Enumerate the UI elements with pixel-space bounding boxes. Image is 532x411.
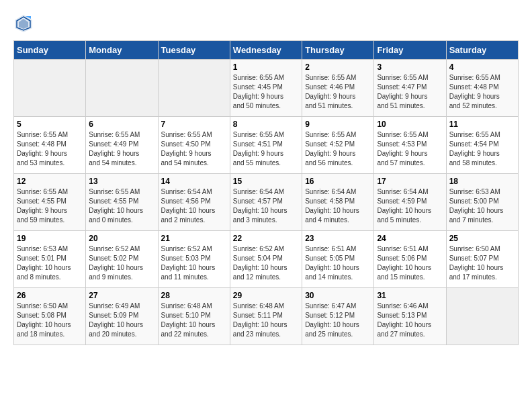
day-number: 8 — [233, 120, 299, 129]
calendar-cell: 12Sunrise: 6:55 AM Sunset: 4:55 PM Dayli… — [14, 174, 86, 231]
day-info: Sunrise: 6:54 AM Sunset: 4:57 PM Dayligh… — [233, 187, 299, 225]
day-info: Sunrise: 6:55 AM Sunset: 4:48 PM Dayligh… — [449, 73, 515, 111]
calendar-cell — [14, 60, 86, 117]
calendar-cell — [86, 60, 158, 117]
calendar-week-3: 12Sunrise: 6:55 AM Sunset: 4:55 PM Dayli… — [14, 174, 519, 231]
day-number: 20 — [89, 234, 154, 243]
calendar-week-4: 19Sunrise: 6:53 AM Sunset: 5:01 PM Dayli… — [14, 231, 519, 288]
day-number: 7 — [161, 120, 227, 129]
weekday-header-wednesday: Wednesday — [230, 41, 302, 60]
day-info: Sunrise: 6:55 AM Sunset: 4:51 PM Dayligh… — [233, 130, 299, 168]
weekday-header-friday: Friday — [374, 41, 446, 60]
calendar-cell: 10Sunrise: 6:55 AM Sunset: 4:53 PM Dayli… — [374, 117, 446, 174]
day-info: Sunrise: 6:53 AM Sunset: 5:01 PM Dayligh… — [17, 244, 83, 282]
day-number: 16 — [305, 177, 371, 186]
day-info: Sunrise: 6:55 AM Sunset: 4:55 PM Dayligh… — [17, 187, 83, 225]
calendar-cell — [158, 60, 230, 117]
day-number: 22 — [233, 234, 299, 243]
calendar-cell: 20Sunrise: 6:52 AM Sunset: 5:02 PM Dayli… — [86, 231, 158, 288]
day-info: Sunrise: 6:48 AM Sunset: 5:10 PM Dayligh… — [161, 302, 227, 339]
day-info: Sunrise: 6:46 AM Sunset: 5:13 PM Dayligh… — [377, 302, 443, 339]
day-number: 5 — [17, 120, 83, 129]
calendar-cell: 30Sunrise: 6:47 AM Sunset: 5:12 PM Dayli… — [302, 288, 374, 345]
day-info: Sunrise: 6:54 AM Sunset: 4:56 PM Dayligh… — [161, 187, 227, 225]
calendar-week-5: 26Sunrise: 6:50 AM Sunset: 5:08 PM Dayli… — [14, 288, 519, 345]
calendar-cell: 11Sunrise: 6:55 AM Sunset: 4:54 PM Dayli… — [446, 117, 518, 174]
day-number: 27 — [89, 291, 154, 300]
calendar-cell: 6Sunrise: 6:55 AM Sunset: 4:49 PM Daylig… — [86, 117, 158, 174]
calendar-cell: 15Sunrise: 6:54 AM Sunset: 4:57 PM Dayli… — [230, 174, 302, 231]
day-info: Sunrise: 6:55 AM Sunset: 4:50 PM Dayligh… — [161, 130, 227, 168]
day-info: Sunrise: 6:54 AM Sunset: 4:59 PM Dayligh… — [377, 187, 443, 225]
day-number: 30 — [305, 291, 371, 300]
day-info: Sunrise: 6:53 AM Sunset: 5:00 PM Dayligh… — [449, 187, 515, 225]
day-info: Sunrise: 6:52 AM Sunset: 5:02 PM Dayligh… — [89, 244, 154, 282]
calendar-cell: 24Sunrise: 6:51 AM Sunset: 5:06 PM Dayli… — [374, 231, 446, 288]
calendar-header-row: SundayMondayTuesdayWednesdayThursdayFrid… — [14, 41, 519, 60]
day-number: 17 — [377, 177, 443, 186]
day-number: 12 — [17, 177, 83, 186]
day-number: 3 — [377, 62, 443, 72]
calendar-cell — [446, 288, 518, 345]
day-number: 2 — [305, 62, 371, 72]
day-number: 10 — [377, 120, 443, 129]
day-number: 9 — [305, 120, 371, 129]
calendar-cell: 23Sunrise: 6:51 AM Sunset: 5:05 PM Dayli… — [302, 231, 374, 288]
calendar-cell: 28Sunrise: 6:48 AM Sunset: 5:10 PM Dayli… — [158, 288, 230, 345]
day-number: 23 — [305, 234, 371, 243]
calendar-cell: 18Sunrise: 6:53 AM Sunset: 5:00 PM Dayli… — [446, 174, 518, 231]
day-info: Sunrise: 6:55 AM Sunset: 4:49 PM Dayligh… — [89, 130, 154, 168]
day-info: Sunrise: 6:55 AM Sunset: 4:45 PM Dayligh… — [233, 73, 299, 111]
weekday-header-thursday: Thursday — [302, 41, 374, 60]
day-number: 26 — [17, 291, 83, 300]
calendar-cell: 29Sunrise: 6:48 AM Sunset: 5:11 PM Dayli… — [230, 288, 302, 345]
calendar-cell: 31Sunrise: 6:46 AM Sunset: 5:13 PM Dayli… — [374, 288, 446, 345]
day-number: 15 — [233, 177, 299, 186]
calendar-cell: 8Sunrise: 6:55 AM Sunset: 4:51 PM Daylig… — [230, 117, 302, 174]
day-info: Sunrise: 6:55 AM Sunset: 4:47 PM Dayligh… — [377, 73, 443, 111]
day-info: Sunrise: 6:50 AM Sunset: 5:07 PM Dayligh… — [449, 244, 515, 282]
day-number: 18 — [449, 177, 515, 186]
calendar-week-2: 5Sunrise: 6:55 AM Sunset: 4:48 PM Daylig… — [14, 117, 519, 174]
day-number: 31 — [377, 291, 443, 300]
day-info: Sunrise: 6:54 AM Sunset: 4:58 PM Dayligh… — [305, 187, 371, 225]
day-info: Sunrise: 6:50 AM Sunset: 5:08 PM Dayligh… — [17, 302, 83, 339]
page-header — [13, 13, 519, 34]
day-info: Sunrise: 6:48 AM Sunset: 5:11 PM Dayligh… — [233, 302, 299, 339]
calendar-cell: 21Sunrise: 6:52 AM Sunset: 5:03 PM Dayli… — [158, 231, 230, 288]
day-info: Sunrise: 6:55 AM Sunset: 4:53 PM Dayligh… — [377, 130, 443, 168]
weekday-header-sunday: Sunday — [14, 41, 86, 60]
day-number: 13 — [89, 177, 154, 186]
calendar-cell: 14Sunrise: 6:54 AM Sunset: 4:56 PM Dayli… — [158, 174, 230, 231]
calendar-cell: 19Sunrise: 6:53 AM Sunset: 5:01 PM Dayli… — [14, 231, 86, 288]
weekday-header-tuesday: Tuesday — [158, 41, 230, 60]
calendar-week-1: 1Sunrise: 6:55 AM Sunset: 4:45 PM Daylig… — [14, 60, 519, 117]
day-number: 24 — [377, 234, 443, 243]
day-number: 1 — [233, 62, 299, 72]
day-info: Sunrise: 6:51 AM Sunset: 5:06 PM Dayligh… — [377, 244, 443, 282]
calendar-cell: 27Sunrise: 6:49 AM Sunset: 5:09 PM Dayli… — [86, 288, 158, 345]
day-info: Sunrise: 6:51 AM Sunset: 5:05 PM Dayligh… — [305, 244, 371, 282]
day-info: Sunrise: 6:55 AM Sunset: 4:54 PM Dayligh… — [449, 130, 515, 168]
day-number: 19 — [17, 234, 83, 243]
calendar-cell: 2Sunrise: 6:55 AM Sunset: 4:46 PM Daylig… — [302, 60, 374, 117]
calendar-cell: 3Sunrise: 6:55 AM Sunset: 4:47 PM Daylig… — [374, 60, 446, 117]
logo — [13, 13, 36, 34]
day-info: Sunrise: 6:55 AM Sunset: 4:55 PM Dayligh… — [89, 187, 154, 225]
day-number: 21 — [161, 234, 227, 243]
calendar-cell: 13Sunrise: 6:55 AM Sunset: 4:55 PM Dayli… — [86, 174, 158, 231]
calendar-cell: 7Sunrise: 6:55 AM Sunset: 4:50 PM Daylig… — [158, 117, 230, 174]
day-info: Sunrise: 6:49 AM Sunset: 5:09 PM Dayligh… — [89, 302, 154, 339]
day-number: 6 — [89, 120, 154, 129]
day-info: Sunrise: 6:55 AM Sunset: 4:46 PM Dayligh… — [305, 73, 371, 111]
calendar-cell: 1Sunrise: 6:55 AM Sunset: 4:45 PM Daylig… — [230, 60, 302, 117]
calendar-cell: 25Sunrise: 6:50 AM Sunset: 5:07 PM Dayli… — [446, 231, 518, 288]
day-info: Sunrise: 6:52 AM Sunset: 5:03 PM Dayligh… — [161, 244, 227, 282]
calendar-cell: 16Sunrise: 6:54 AM Sunset: 4:58 PM Dayli… — [302, 174, 374, 231]
calendar-cell: 26Sunrise: 6:50 AM Sunset: 5:08 PM Dayli… — [14, 288, 86, 345]
calendar-table: SundayMondayTuesdayWednesdayThursdayFrid… — [13, 40, 519, 345]
calendar-cell: 22Sunrise: 6:52 AM Sunset: 5:04 PM Dayli… — [230, 231, 302, 288]
day-number: 29 — [233, 291, 299, 300]
calendar-cell: 4Sunrise: 6:55 AM Sunset: 4:48 PM Daylig… — [446, 60, 518, 117]
day-number: 4 — [449, 62, 515, 72]
